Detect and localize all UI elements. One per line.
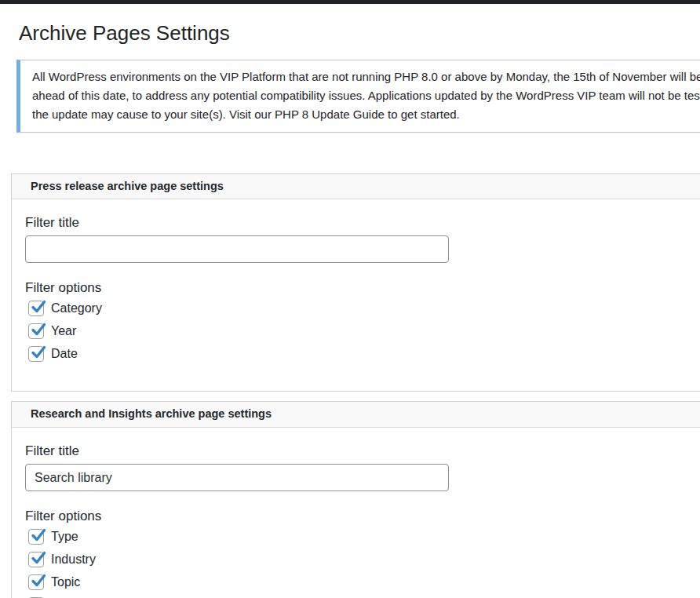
date-checkbox[interactable] (28, 346, 44, 362)
topic-checkbox[interactable] (28, 574, 44, 590)
filter-title-label: Filter title (25, 443, 700, 459)
research-insights-settings-body: Filter title Filter options Type Industr… (12, 428, 700, 598)
check-icon (30, 572, 47, 589)
notice-line: All WordPress environments on the VIP Pl… (32, 67, 700, 86)
notice-line: ahead of this date, to address any poten… (32, 86, 700, 105)
check-icon (30, 527, 47, 544)
page-title: Archive Pages Settings (19, 20, 700, 46)
settings-page: Archive Pages Settings All WordPress env… (0, 4, 700, 598)
press-release-settings-box: Press release archive page settings Filt… (11, 173, 700, 392)
press-release-settings-header: Press release archive page settings (12, 174, 700, 200)
php8-update-notice: All WordPress environments on the VIP Pl… (16, 60, 700, 133)
press-release-settings-body: Filter title Filter options Category Yea… (12, 199, 700, 391)
option-label: Category (51, 301, 102, 316)
option-row-year[interactable]: Year (28, 323, 700, 339)
year-checkbox[interactable] (28, 323, 44, 339)
type-checkbox[interactable] (28, 529, 44, 545)
research-insights-filter-title-input[interactable] (25, 464, 449, 491)
industry-checkbox[interactable] (28, 552, 44, 567)
filter-title-label: Filter title (25, 215, 700, 231)
check-icon (30, 549, 47, 567)
option-row-category[interactable]: Category (28, 301, 700, 316)
option-label: Year (51, 323, 76, 339)
option-row-topic[interactable]: Topic (28, 574, 700, 590)
option-row-type[interactable]: Type (28, 529, 700, 545)
research-insights-settings-box: Research and Insights archive page setti… (11, 401, 700, 598)
filter-options-label: Filter options (25, 280, 700, 296)
section-title: Research and Insights archive page setti… (31, 408, 700, 421)
notice-line: the update may cause to your site(s). Vi… (32, 105, 700, 124)
option-row-date[interactable]: Date (28, 346, 700, 362)
option-label: Industry (51, 552, 96, 567)
option-label: Date (51, 346, 78, 362)
category-checkbox[interactable] (28, 301, 44, 316)
option-label: Topic (51, 574, 80, 590)
filter-options-label: Filter options (25, 509, 700, 524)
option-label: Type (51, 529, 78, 545)
press-release-filter-title-input[interactable] (25, 235, 449, 263)
option-row-industry[interactable]: Industry (28, 552, 700, 567)
research-insights-settings-header: Research and Insights archive page setti… (12, 402, 700, 428)
section-title: Press release archive page settings (31, 180, 700, 193)
check-icon (30, 344, 47, 361)
check-icon (30, 298, 47, 315)
check-icon (30, 321, 47, 338)
